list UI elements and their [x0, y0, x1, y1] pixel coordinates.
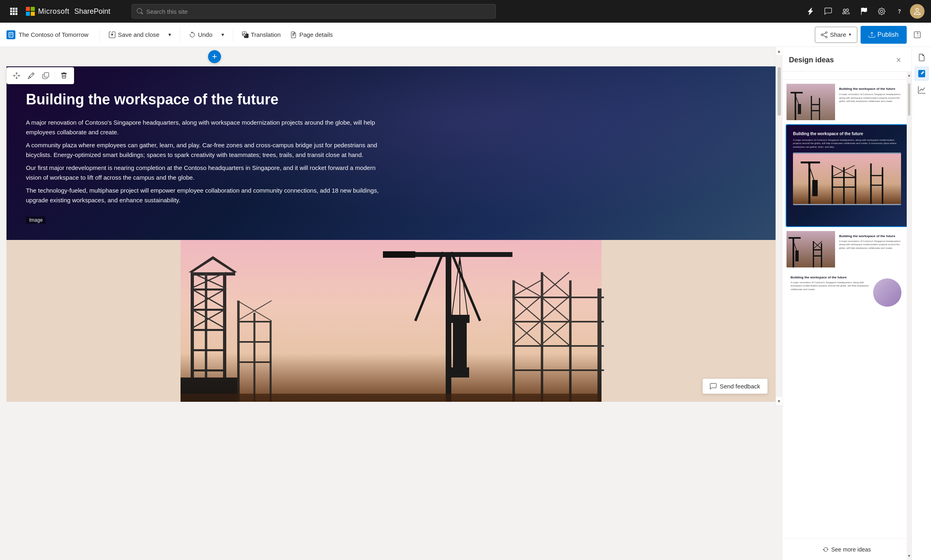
people-icon-button[interactable] [839, 4, 853, 19]
card4-body: A major renovation of Contoso's Singapor… [791, 281, 869, 291]
panel-scroll-up[interactable]: ▲ [907, 71, 912, 79]
add-section-button[interactable]: + [208, 50, 221, 63]
svg-rect-8 [15, 13, 17, 15]
right-sidebar-analytics-button[interactable] [914, 83, 929, 97]
card2-title: Building the workspace of the future [793, 132, 901, 136]
svg-rect-19 [191, 288, 226, 291]
design-card-3[interactable]: Building the workspace of the future A m… [786, 230, 908, 268]
svg-rect-7 [13, 13, 15, 15]
svg-rect-41 [383, 251, 415, 258]
svg-rect-86 [831, 165, 833, 204]
page-icon [6, 30, 15, 39]
right-sidebar-design-button[interactable] [914, 66, 929, 81]
svg-rect-78 [819, 98, 820, 120]
hero-body-1: A major renovation of Contoso's Singapor… [26, 118, 390, 137]
svg-rect-47 [449, 367, 469, 378]
svg-rect-20 [191, 309, 226, 311]
toolbar-divider-1 [100, 28, 100, 41]
hero-body: A major renovation of Contoso's Singapor… [26, 118, 390, 205]
publish-button[interactable]: Publish [861, 26, 907, 44]
nav-icon-group [803, 4, 925, 19]
svg-rect-34 [237, 321, 272, 322]
duplicate-section-button[interactable] [39, 69, 52, 82]
save-icon [109, 32, 115, 38]
design-panel-close-button[interactable] [892, 53, 905, 66]
svg-rect-96 [870, 185, 883, 186]
design-ideas-panel: Design ideas ▲ [782, 47, 912, 560]
microsoft-logo: Microsoft SharePoint [26, 7, 111, 16]
design-card-1-inner: Building the workspace of the future A m… [786, 84, 908, 120]
flag-icon-button[interactable] [857, 4, 871, 19]
translation-button[interactable]: Translation [238, 27, 285, 43]
settings-icon-button[interactable] [874, 4, 889, 19]
scroll-track[interactable] [776, 55, 782, 397]
undo-icon [189, 32, 196, 38]
svg-rect-89 [831, 177, 856, 178]
panel-scroll-track [907, 79, 912, 552]
search-box[interactable] [132, 4, 496, 19]
undo-caret[interactable]: ▾ [218, 27, 228, 43]
send-feedback-button[interactable]: Send feedback [703, 379, 767, 394]
design-card-2[interactable]: Building the workspace of the future A m… [786, 124, 908, 227]
share-icon [821, 32, 827, 38]
canvas-scroll: + Building [0, 47, 782, 405]
collapse-panel-button[interactable] [910, 28, 925, 42]
scroll-up-arrow[interactable]: ▲ [776, 47, 782, 55]
card4-text: Building the workspace of the future A m… [786, 272, 873, 313]
feedback-icon [710, 383, 716, 390]
hero-body-2: A community plaza where employees can ga… [26, 140, 390, 160]
svg-rect-36 [237, 361, 272, 363]
close-icon [896, 57, 901, 62]
undo-button[interactable]: Undo [185, 27, 217, 43]
canvas-area[interactable]: + Building [0, 47, 782, 560]
editor-toolbar: The Contoso of Tomorrow Save and close ▾… [0, 23, 931, 47]
right-sidebar [912, 47, 931, 560]
construction-image [6, 240, 776, 402]
design-card-4[interactable]: Building the workspace of the future A m… [786, 272, 908, 314]
search-input[interactable] [146, 8, 490, 15]
design-card-1[interactable]: Building the workspace of the future A m… [786, 83, 908, 121]
svg-rect-22 [191, 349, 226, 351]
lightning-icon-button[interactable] [803, 4, 818, 19]
svg-rect-23 [191, 369, 226, 371]
card1-body: A major renovation of Contoso's Singapor… [839, 93, 903, 103]
svg-rect-90 [831, 187, 856, 188]
svg-rect-99 [789, 237, 801, 239]
svg-rect-93 [870, 163, 872, 204]
svg-rect-105 [813, 255, 822, 257]
save-close-button[interactable]: Save and close [105, 27, 164, 43]
save-close-caret[interactable]: ▾ [165, 27, 175, 43]
canvas-scrollbar[interactable]: ▲ ▼ [776, 47, 782, 405]
move-section-button[interactable] [10, 69, 23, 82]
search-icon [137, 8, 143, 15]
svg-rect-0 [10, 8, 12, 10]
send-feedback-label: Send feedback [720, 383, 760, 390]
delete-section-button[interactable] [57, 69, 70, 82]
svg-rect-2 [15, 8, 17, 10]
help-icon-button[interactable] [892, 4, 907, 19]
chat-icon-button[interactable] [821, 4, 835, 19]
svg-rect-4 [13, 11, 15, 13]
svg-rect-55 [512, 297, 604, 298]
card3-title: Building the workspace of the future [839, 234, 903, 238]
svg-rect-74 [791, 92, 803, 93]
scroll-down-arrow[interactable]: ▼ [776, 397, 782, 405]
see-more-ideas-button[interactable]: See more ideas [818, 544, 876, 555]
design-panel-header: Design ideas [782, 47, 912, 72]
section-settings-button[interactable] [25, 69, 38, 82]
panel-scroll-down[interactable]: ▼ [907, 552, 912, 560]
svg-rect-32 [253, 313, 255, 402]
page-name: The Contoso of Tomorrow [19, 31, 88, 38]
page-details-button[interactable]: Page details [286, 27, 337, 43]
waffle-menu-button[interactable] [6, 4, 21, 19]
user-avatar[interactable] [910, 4, 925, 19]
image-section: Send feedback [6, 240, 776, 402]
right-sidebar-page-button[interactable] [914, 50, 929, 65]
design-panel-footer: See more ideas [782, 539, 912, 560]
hero-title: Building the workspace of the future [26, 91, 756, 108]
hero-section: Building the workspace of the future A m… [6, 66, 776, 240]
share-button[interactable]: Share ▾ [815, 27, 857, 43]
design-panel-content[interactable]: Building the workspace of the future A m… [782, 80, 912, 539]
panel-scroll-thumb[interactable] [908, 83, 910, 116]
scroll-thumb[interactable] [778, 67, 781, 116]
